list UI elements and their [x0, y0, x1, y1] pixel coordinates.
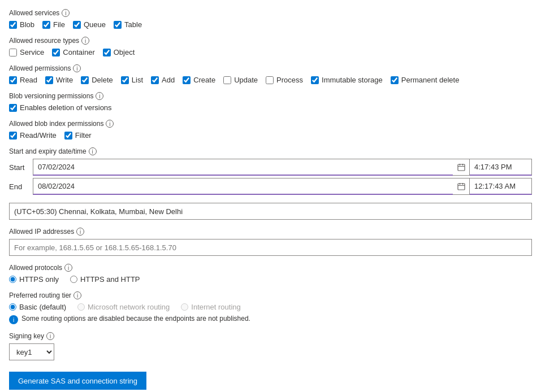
routing-tier-section: Preferred routing tier i Basic (default)…: [9, 291, 532, 324]
allowed-permissions-label: Allowed permissions i: [9, 64, 532, 72]
radio-https-http[interactable]: HTTPS and HTTP: [70, 275, 140, 284]
radio-basic[interactable]: Basic (default): [9, 303, 66, 311]
generate-button-container: Generate SAS and connection string: [9, 372, 532, 390]
routing-tier-info-icon[interactable]: i: [73, 291, 81, 299]
allowed-resource-types-section: Allowed resource types i Service Contain…: [9, 37, 532, 56]
svg-rect-4: [458, 184, 465, 190]
blob-index-group: Read/Write Filter: [9, 131, 532, 140]
blob-versioning-label: Blob versioning permissions i: [9, 92, 532, 100]
timezone-row: [9, 203, 532, 220]
allowed-services-group: Blob File Queue Table: [9, 20, 532, 29]
allowed-protocols-info-icon[interactable]: i: [64, 264, 72, 272]
checkbox-immutable[interactable]: Immutable storage: [311, 76, 383, 84]
generate-sas-button[interactable]: Generate SAS and connection string: [9, 372, 146, 390]
allowed-permissions-section: Allowed permissions i Read Write Delete …: [9, 64, 532, 84]
blob-index-section: Allowed blob index permissions i Read/Wr…: [9, 120, 532, 140]
allowed-protocols-label: Allowed protocols i: [9, 264, 532, 272]
allowed-protocols-section: Allowed protocols i HTTPS only HTTPS and…: [9, 264, 532, 284]
end-time-input[interactable]: [470, 178, 532, 195]
checkbox-table[interactable]: Table: [114, 20, 142, 29]
datetime-info-icon[interactable]: i: [89, 147, 97, 155]
checkbox-process[interactable]: Process: [266, 76, 303, 84]
checkbox-object[interactable]: Object: [103, 48, 135, 56]
blob-versioning-section: Blob versioning permissions i Enables de…: [9, 92, 532, 112]
allowed-permissions-info-icon[interactable]: i: [73, 64, 81, 72]
end-datetime-row: End: [9, 178, 532, 195]
start-time-input[interactable]: [470, 159, 532, 176]
start-calendar-button[interactable]: [453, 159, 470, 176]
timezone-input[interactable]: [9, 203, 532, 220]
routing-info-message: Some routing options are disabled becaus…: [21, 315, 250, 323]
routing-info-banner: i Some routing options are disabled beca…: [9, 315, 532, 324]
allowed-resource-types-label: Allowed resource types i: [9, 37, 532, 45]
checkbox-read[interactable]: Read: [9, 76, 37, 84]
checkbox-filter[interactable]: Filter: [64, 131, 92, 140]
checkbox-service[interactable]: Service: [9, 48, 44, 56]
allowed-resource-types-group: Service Container Object: [9, 48, 532, 56]
routing-info-circle-icon: i: [9, 315, 18, 324]
start-datetime-row: Start: [9, 159, 532, 176]
signing-key-label: Signing key i: [9, 332, 532, 340]
checkbox-enables-deletion[interactable]: Enables deletion of versions: [9, 103, 112, 112]
allowed-services-info-icon[interactable]: i: [62, 9, 70, 17]
checkbox-list[interactable]: List: [121, 76, 143, 84]
end-label: End: [9, 182, 33, 191]
allowed-services-label: Allowed services i: [9, 9, 532, 17]
signing-key-select[interactable]: key1 key2: [9, 343, 54, 360]
checkbox-write[interactable]: Write: [45, 76, 73, 84]
checkbox-add[interactable]: Add: [151, 76, 175, 84]
radio-internet-routing[interactable]: Internet routing: [181, 303, 240, 311]
end-date-input[interactable]: [33, 178, 453, 195]
blob-versioning-info-icon[interactable]: i: [96, 92, 103, 100]
start-date-input[interactable]: [33, 159, 453, 176]
radio-https-only[interactable]: HTTPS only: [9, 275, 59, 284]
signing-key-info-icon[interactable]: i: [46, 332, 54, 340]
signing-key-section: Signing key i key1 key2: [9, 332, 532, 360]
allowed-permissions-group: Read Write Delete List Add Create Update: [9, 76, 532, 84]
blob-index-info-icon[interactable]: i: [106, 120, 114, 128]
checkbox-blob[interactable]: Blob: [9, 20, 34, 29]
allowed-ip-info-icon[interactable]: i: [76, 228, 84, 236]
blob-index-label: Allowed blob index permissions i: [9, 120, 532, 128]
allowed-protocols-group: HTTPS only HTTPS and HTTP: [9, 275, 532, 284]
checkbox-readwrite[interactable]: Read/Write: [9, 131, 57, 140]
datetime-label: Start and expiry date/time i: [9, 147, 532, 155]
checkbox-queue[interactable]: Queue: [73, 20, 106, 29]
checkbox-container[interactable]: Container: [52, 48, 94, 56]
allowed-ip-label: Allowed IP addresses i: [9, 228, 532, 236]
checkbox-update[interactable]: Update: [223, 76, 258, 84]
allowed-ip-input[interactable]: [9, 239, 532, 256]
allowed-ip-section: Allowed IP addresses i: [9, 228, 532, 256]
checkbox-permdelete[interactable]: Permanent delete: [391, 76, 460, 84]
blob-versioning-group: Enables deletion of versions: [9, 103, 532, 112]
datetime-section: Start and expiry date/time i Start End: [9, 147, 532, 195]
checkbox-create[interactable]: Create: [183, 76, 215, 84]
allowed-resource-types-info-icon[interactable]: i: [81, 37, 89, 45]
checkbox-delete[interactable]: Delete: [81, 76, 113, 84]
routing-tier-label: Preferred routing tier i: [9, 291, 532, 299]
routing-tier-group: Basic (default) Microsoft network routin…: [9, 303, 532, 311]
radio-microsoft-network[interactable]: Microsoft network routing: [77, 303, 170, 311]
end-calendar-button[interactable]: [453, 178, 470, 195]
start-label: Start: [9, 163, 33, 172]
checkbox-file[interactable]: File: [42, 20, 65, 29]
allowed-services-section: Allowed services i Blob File Queue Table: [9, 9, 532, 29]
svg-rect-0: [458, 164, 465, 171]
